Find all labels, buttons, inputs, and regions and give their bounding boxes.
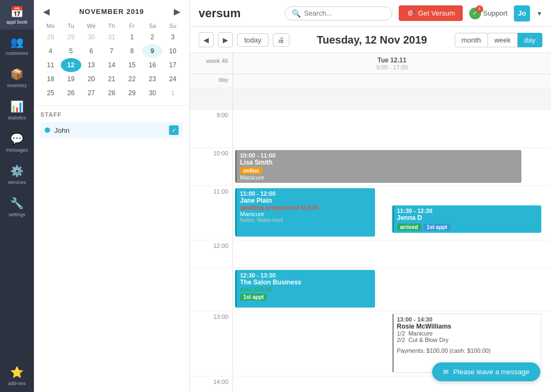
- sidebar-item-addons[interactable]: ⭐ add-ons: [0, 360, 34, 392]
- cal-day[interactable]: 30: [81, 30, 102, 44]
- calendar-icon: 📅: [10, 5, 24, 18]
- cal-prev-button[interactable]: ◀: [199, 32, 214, 47]
- cal-day[interactable]: 30: [142, 86, 163, 100]
- cal-day[interactable]: 18: [40, 72, 61, 86]
- support-label: Support: [483, 9, 508, 17]
- cal-day[interactable]: 25: [40, 86, 61, 100]
- staff-item-john[interactable]: John ✓: [40, 122, 183, 138]
- appt-time: 13:00 - 14:30: [397, 316, 538, 323]
- cal-day[interactable]: 22: [122, 72, 142, 86]
- cal-day[interactable]: 26: [61, 86, 81, 100]
- time-content-12: [233, 240, 551, 267]
- middle-panel: ◀ NOVEMBER 2019 ▶ Mo Tu We Th Fr Sa Su 2…: [34, 0, 190, 392]
- cal-day[interactable]: 31: [102, 30, 122, 44]
- sidebar: 📅 appt book 👥 customers 📦 inventory 📊 st…: [0, 0, 34, 392]
- appt-name: The Salon Business: [240, 279, 372, 286]
- cal-day[interactable]: 4: [40, 44, 61, 58]
- sidebar-item-inventory[interactable]: 📦 inventory: [0, 62, 34, 94]
- day-row-label: day: [190, 74, 233, 88]
- cal-day[interactable]: 21: [102, 72, 122, 86]
- sidebar-item-label: services: [8, 180, 26, 185]
- cal-day[interactable]: 13: [81, 58, 102, 72]
- support-button[interactable]: ✓ 9 Support: [469, 8, 508, 19]
- inventory-icon: 📦: [10, 68, 24, 81]
- view-month-button[interactable]: month: [455, 33, 488, 47]
- mini-cal-grid: Mo Tu We Th Fr Sa Su 2829303112345678910…: [40, 22, 183, 100]
- top-bar: versum 🔍 🎯 Get Versum ✓ 9 Support Jo ▼: [190, 0, 551, 27]
- search-box[interactable]: 🔍: [285, 6, 392, 20]
- cal-day[interactable]: 11: [40, 58, 61, 72]
- cal-next-button[interactable]: ▶: [218, 32, 233, 47]
- cal-day[interactable]: 6: [81, 44, 102, 58]
- appt-badge-arrived: arrived: [397, 224, 421, 231]
- day-header-fr: Fr: [122, 22, 142, 30]
- mini-cal-prev-button[interactable]: ◀: [40, 5, 52, 17]
- appt-name: Rosie McWilliams: [397, 323, 538, 330]
- appt-time: 10:00 - 11:00: [240, 152, 518, 159]
- cal-day[interactable]: 5: [61, 44, 81, 58]
- cal-day[interactable]: 3: [163, 30, 183, 44]
- cal-day[interactable]: 10: [163, 44, 183, 58]
- time-content-9: [233, 110, 551, 147]
- sidebar-item-label: settings: [9, 212, 25, 217]
- cal-day[interactable]: 2: [142, 30, 163, 44]
- sidebar-logo[interactable]: 📅 appt book: [0, 0, 34, 30]
- cal-day[interactable]: 28: [102, 86, 122, 100]
- appt-name: Lisa Smith: [240, 159, 518, 166]
- cal-day[interactable]: 17: [163, 58, 183, 72]
- appt-salon-business[interactable]: 12:30 - 13:30 The Salon Business paid $3…: [235, 270, 375, 308]
- settings-icon: 🔧: [10, 197, 24, 210]
- cal-day[interactable]: 16: [142, 58, 163, 72]
- support-icon: ✓ 9: [469, 8, 481, 19]
- staff-section: STAFF John ✓: [34, 105, 189, 144]
- appt-lisa-smith[interactable]: 10:00 - 11:00 Lisa Smith online Manicure: [235, 150, 521, 183]
- sidebar-item-settings[interactable]: 🔧 settings: [0, 191, 34, 223]
- cal-day[interactable]: 23: [142, 72, 163, 86]
- appt-service-2: 2/2 Cut & Blow Dry: [397, 337, 538, 343]
- cal-day[interactable]: 29: [122, 86, 142, 100]
- view-day-button[interactable]: day: [518, 33, 542, 47]
- calendar-header: ◀ ▶ today 🖨 Tuesday, 12 Nov 2019 month w…: [190, 27, 551, 53]
- cal-day[interactable]: 28: [40, 30, 61, 44]
- appt-jane-plain[interactable]: 11:00 - 12:00 Jane Plain awaiting prepay…: [235, 188, 375, 237]
- cal-day[interactable]: 14: [102, 58, 122, 72]
- view-week-button[interactable]: week: [488, 33, 518, 47]
- appt-notes: Notes: Notes here: [240, 217, 372, 223]
- appt-time: 11:30 - 12:30: [397, 208, 539, 214]
- time-label-9: 9:00: [190, 110, 233, 147]
- cal-day[interactable]: 12: [61, 58, 81, 72]
- cal-day[interactable]: 24: [163, 72, 183, 86]
- statistics-icon: 📊: [10, 100, 24, 113]
- appt-jenna-d[interactable]: 11:30 - 12:30 Jenna D arrived 1st appt: [392, 205, 542, 233]
- mini-cal-title: NOVEMBER 2019: [79, 8, 144, 16]
- cal-day[interactable]: 1: [163, 86, 183, 100]
- float-message-button[interactable]: ✉ Please leave a message: [432, 362, 540, 381]
- addons-icon: ⭐: [10, 366, 24, 379]
- mini-cal-header: ◀ NOVEMBER 2019 ▶: [40, 5, 183, 17]
- sidebar-item-services[interactable]: ⚙️ services: [0, 159, 34, 191]
- sidebar-item-statistics[interactable]: 📊 statistics: [0, 94, 34, 126]
- cal-day[interactable]: 15: [122, 58, 142, 72]
- search-input[interactable]: [304, 9, 385, 17]
- appt-badge-online: online: [240, 167, 262, 174]
- sidebar-item-label: add-ons: [8, 381, 26, 386]
- cal-day[interactable]: 8: [122, 44, 142, 58]
- cal-day[interactable]: 1: [122, 30, 142, 44]
- get-versum-button[interactable]: 🎯 Get Versum: [399, 5, 463, 21]
- sidebar-item-customers[interactable]: 👥 customers: [0, 30, 34, 62]
- today-button[interactable]: today: [237, 33, 269, 47]
- cal-day[interactable]: 27: [81, 86, 102, 100]
- cal-day[interactable]: 7: [102, 44, 122, 58]
- user-avatar[interactable]: Jo: [514, 5, 530, 22]
- cal-day[interactable]: 9: [142, 44, 163, 58]
- cal-day[interactable]: 29: [61, 30, 81, 44]
- sidebar-item-label: statistics: [8, 115, 26, 120]
- sidebar-item-messages[interactable]: 💬 messages: [0, 126, 34, 159]
- print-button[interactable]: 🖨: [273, 33, 289, 47]
- appt-paid: paid $30.00: [240, 286, 372, 293]
- day-header-tu: Tu: [61, 22, 81, 30]
- mini-cal-next-button[interactable]: ▶: [171, 5, 183, 17]
- cal-day[interactable]: 19: [61, 72, 81, 86]
- sidebar-item-label: inventory: [7, 83, 27, 88]
- cal-day[interactable]: 20: [81, 72, 102, 86]
